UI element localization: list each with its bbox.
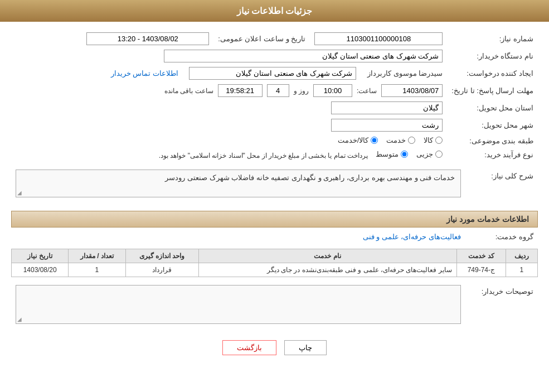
- category-kala-radio[interactable]: [435, 137, 443, 144]
- purchase-jozi-label: جزیی: [416, 150, 433, 158]
- service-group-table: گروه خدمت: فعالیت‌های حرفه‌ای، علمی و فن…: [11, 230, 538, 243]
- service-group-label: گروه خدمت:: [465, 230, 538, 243]
- description-table: شرح کلی نیاز: خدمات فنی و مهندسی بهره بر…: [11, 167, 538, 205]
- category-kala-option[interactable]: کالا: [424, 136, 443, 144]
- cell-qty: 1: [69, 263, 125, 277]
- col-header-unit: واحد اندازه گیری: [125, 249, 198, 263]
- services-data-table: ردیف کد خدمت نام خدمت واحد اندازه گیری ت…: [11, 249, 538, 277]
- deadline-time-label: ساعت:: [357, 87, 377, 95]
- col-header-name: نام خدمت: [198, 249, 456, 263]
- purchase-motavaset-label: متوسط: [376, 150, 399, 158]
- category-kala-khedmat-label: کالا/خدمت: [338, 136, 369, 144]
- date-time-label: تاریخ و ساعت اعلان عمومی:: [213, 30, 310, 47]
- city-input[interactable]: [331, 119, 443, 132]
- province-label: استان محل تحویل:: [447, 99, 538, 117]
- creator-label: ایجاد کننده درخواست:: [447, 65, 538, 82]
- category-kala-khedmat-radio[interactable]: [371, 137, 378, 144]
- table-row: 1 ج-74-749 سایر فعالیت‌های حرفه‌ای، علمی…: [12, 263, 538, 277]
- description-box: خدمات فنی و مهندسی بهره برداری، راهبری و…: [16, 170, 461, 197]
- purchase-motavaset-option[interactable]: متوسط: [376, 150, 408, 158]
- purchase-motavaset-radio[interactable]: [401, 151, 408, 158]
- category-khedmat-option[interactable]: خدمت: [386, 136, 415, 144]
- category-label: طبقه بندی موضوعی:: [447, 134, 538, 148]
- cell-name: سایر فعالیت‌های حرفه‌ای، علمی و فنی طبقه…: [198, 263, 456, 277]
- category-radio-group: کالا خدمت کالا/خدمت: [338, 136, 443, 144]
- buyer-desc-resize-icon: ◢: [17, 316, 22, 322]
- buyer-org-input[interactable]: [164, 50, 443, 62]
- province-input[interactable]: [331, 101, 443, 114]
- category-khedmat-radio[interactable]: [408, 137, 415, 144]
- cell-code: ج-74-749: [456, 263, 506, 277]
- deadline-remaining-label: ساعت باقی مانده: [164, 87, 213, 95]
- button-area: چاپ بازگشت: [11, 332, 538, 364]
- services-section-title: اطلاعات خدمات مورد نیاز: [446, 215, 529, 224]
- city-label: شهر محل تحویل:: [447, 117, 538, 134]
- category-kala-khedmat-option[interactable]: کالا/خدمت: [338, 136, 378, 144]
- col-header-date: تاریخ نیاز: [12, 249, 69, 263]
- resize-handle-icon: ◢: [17, 190, 22, 196]
- niaz-number-label: شماره نیاز:: [447, 30, 538, 47]
- header-title: جزئیات اطلاعات نیاز: [237, 6, 313, 16]
- deadline-date-input[interactable]: [381, 84, 443, 97]
- buyer-desc-table: توصیحات خریدار: ◢: [11, 283, 538, 326]
- buyer-desc-box: ◢: [16, 285, 461, 324]
- col-header-qty: تعداد / مقدار: [69, 249, 125, 263]
- deadline-remaining-input[interactable]: [218, 84, 263, 97]
- description-label: شرح کلی نیاز:: [465, 167, 538, 205]
- buyer-desc-label: توصیحات خریدار:: [465, 283, 538, 326]
- niaz-number-input[interactable]: [314, 32, 443, 45]
- deadline-time-input[interactable]: [313, 84, 352, 97]
- purchase-type-label: نوع فرآیند خرید:: [447, 148, 538, 162]
- col-header-row: ردیف: [506, 249, 537, 263]
- category-khedmat-label: خدمت: [386, 136, 406, 144]
- deadline-days-label: روز و: [294, 87, 309, 95]
- print-button[interactable]: چاپ: [284, 340, 327, 355]
- cell-date: 1403/08/20: [12, 263, 69, 277]
- deadline-label: مهلت ارسال پاسخ: تا تاریخ:: [447, 82, 538, 99]
- page-header: جزئیات اطلاعات نیاز: [0, 0, 549, 22]
- buyer-org-label: نام دستگاه خریدار:: [447, 47, 538, 65]
- creator-company-input[interactable]: [189, 67, 356, 80]
- creator-name: سیدرضا موسوی کاربرداز: [367, 69, 443, 78]
- date-time-input[interactable]: [86, 32, 209, 45]
- col-header-code: کد خدمت: [456, 249, 506, 263]
- service-group-link[interactable]: فعالیت‌های حرفه‌ای، علمی و فنی: [363, 233, 461, 241]
- purchase-jozi-radio[interactable]: [435, 151, 443, 158]
- description-text: خدمات فنی و مهندسی بهره برداری، راهبری و…: [165, 173, 455, 182]
- deadline-days-input[interactable]: [267, 84, 289, 97]
- main-form-table: شماره نیاز: تاریخ و ساعت اعلان عمومی: نا…: [11, 30, 538, 162]
- services-section-header: اطلاعات خدمات مورد نیاز: [11, 211, 538, 228]
- purchase-type-radio-group: جزیی متوسط: [376, 150, 443, 158]
- purchase-note: پرداخت تمام یا بخشی از مبلغ خریدار از مح…: [159, 152, 368, 159]
- cell-unit: قرارداد: [125, 263, 198, 277]
- back-button[interactable]: بازگشت: [222, 340, 276, 355]
- contact-link[interactable]: اطلاعات تماس خریدار: [111, 69, 178, 78]
- cell-row: 1: [506, 263, 537, 277]
- purchase-jozi-option[interactable]: جزیی: [416, 150, 443, 158]
- category-kala-label: کالا: [424, 136, 433, 144]
